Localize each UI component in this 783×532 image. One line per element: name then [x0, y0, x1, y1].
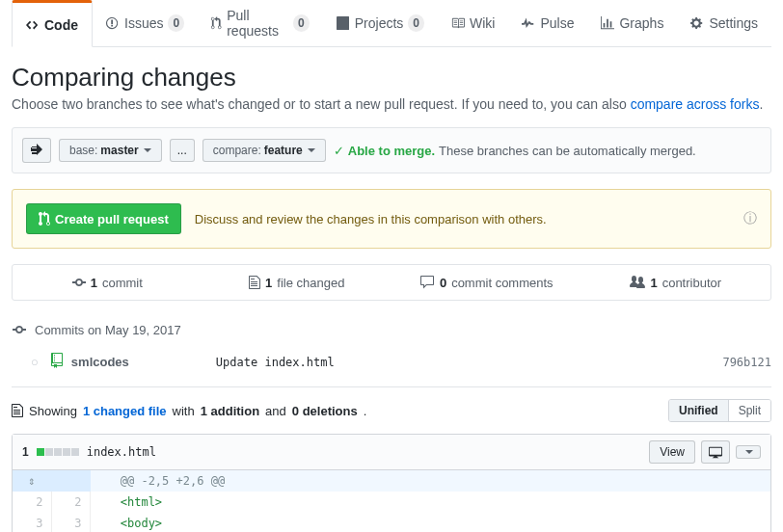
- view-file-button[interactable]: View: [649, 440, 695, 464]
- tab-pulse[interactable]: Pulse: [508, 0, 587, 46]
- stat-commits[interactable]: 1commit: [13, 265, 202, 300]
- stat-files[interactable]: 1file changed: [202, 265, 392, 300]
- diff-line: 33<body>: [13, 513, 770, 532]
- diff-line: 22<html>: [13, 492, 770, 513]
- tab-pull-requests[interactable]: Pull requests0: [198, 0, 323, 46]
- tab-settings[interactable]: Settings: [677, 0, 771, 46]
- diff-stat-blocks: [37, 448, 79, 456]
- tab-wiki[interactable]: Wiki: [438, 0, 508, 46]
- help-icon[interactable]: ⓘ: [743, 210, 757, 227]
- merge-status: ✓ Able to merge. These branches can be a…: [334, 144, 696, 158]
- commit-author[interactable]: smlcodes: [71, 355, 216, 369]
- switch-base-button[interactable]: [22, 138, 51, 163]
- graph-icon: [601, 16, 614, 30]
- stat-contributors[interactable]: 1contributor: [581, 265, 771, 300]
- compare-branch-select[interactable]: compare: feature: [202, 139, 326, 162]
- issue-icon: [106, 16, 120, 30]
- repo-icon: [50, 353, 64, 371]
- comparison-stats: 1commit 1file changed 0commit comments 1…: [12, 264, 771, 301]
- commit-row[interactable]: ○ smlcodes Update index.html 796b121: [12, 349, 771, 375]
- project-icon: [337, 16, 350, 30]
- ellipsis-button[interactable]: ...: [170, 139, 195, 162]
- file-header: 1 index.html View: [13, 435, 770, 470]
- tab-issues[interactable]: Issues0: [93, 0, 198, 46]
- compare-range-bar: base: master ... compare: feature ✓ Able…: [12, 127, 771, 173]
- tab-code[interactable]: Code: [12, 0, 93, 47]
- chevron-down-icon[interactable]: [736, 445, 761, 459]
- commit-sha[interactable]: 796b121: [722, 356, 771, 369]
- diff-file: 1 index.html View ⇕@@ -2,5 +2,6 @@ 22<ht…: [12, 434, 771, 532]
- changed-file-link[interactable]: 1 changed file: [83, 404, 167, 418]
- commit-dot-icon: ○: [31, 355, 39, 369]
- commit-date-header: Commits on May 19, 2017: [12, 316, 771, 343]
- files-changed-bar: Showing 1 changed file with 1 addition a…: [12, 386, 771, 434]
- base-branch-select[interactable]: base: master: [59, 139, 162, 162]
- page-subtitle: Choose two branches to see what's change…: [12, 96, 771, 112]
- code-icon: [26, 18, 40, 32]
- create-pull-request-button[interactable]: Create pull request: [26, 203, 181, 234]
- file-name[interactable]: index.html: [87, 445, 156, 459]
- repo-tabs: Code Issues0 Pull requests0 Projects0 Wi…: [12, 0, 771, 47]
- book-icon: [451, 16, 465, 30]
- page-title: Comparing changes: [12, 63, 771, 93]
- compare-forks-link[interactable]: compare across forks: [631, 96, 760, 112]
- unified-toggle[interactable]: Unified: [669, 400, 728, 421]
- pr-icon: [211, 16, 222, 30]
- tab-graphs[interactable]: Graphs: [587, 0, 677, 46]
- create-pr-box: Create pull request Discuss and review t…: [12, 189, 771, 249]
- pulse-icon: [522, 16, 535, 30]
- check-icon: ✓: [334, 144, 344, 158]
- stat-comments[interactable]: 0commit comments: [392, 265, 581, 300]
- file-icon: [12, 403, 23, 418]
- tab-projects[interactable]: Projects0: [323, 0, 438, 46]
- commit-message[interactable]: Update index.html: [216, 356, 723, 369]
- gear-icon: [690, 16, 704, 30]
- split-toggle[interactable]: Split: [728, 400, 770, 421]
- diff-view-toggle: Unified Split: [668, 399, 771, 422]
- diff-table: ⇕@@ -2,5 +2,6 @@ 22<html>33<body>44<h1>W…: [13, 470, 770, 532]
- expand-icon[interactable]: ⇕: [13, 470, 51, 492]
- hunk-header: ⇕@@ -2,5 +2,6 @@: [13, 470, 770, 492]
- desktop-icon[interactable]: [701, 440, 730, 464]
